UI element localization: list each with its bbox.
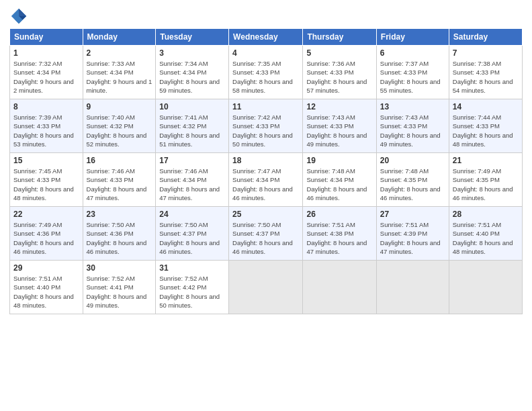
day-info: Sunrise: 7:46 AM Sunset: 4:34 PM Dayligh… bbox=[159, 167, 225, 202]
page-container: SundayMondayTuesdayWednesdayThursdayFrid… bbox=[0, 0, 532, 320]
calendar-week-4: 22 Sunrise: 7:49 AM Sunset: 4:36 PM Dayl… bbox=[10, 207, 523, 261]
day-info: Sunrise: 7:41 AM Sunset: 4:32 PM Dayligh… bbox=[159, 113, 225, 148]
weekday-header-friday: Friday bbox=[376, 29, 449, 46]
day-info: Sunrise: 7:32 AM Sunset: 4:34 PM Dayligh… bbox=[13, 59, 79, 95]
day-number: 12 bbox=[306, 102, 372, 111]
calendar-week-5: 29 Sunrise: 7:51 AM Sunset: 4:40 PM Dayl… bbox=[10, 261, 523, 314]
calendar-cell: 3 Sunrise: 7:34 AM Sunset: 4:34 PM Dayli… bbox=[156, 46, 229, 99]
calendar-cell: 15 Sunrise: 7:45 AM Sunset: 4:33 PM Dayl… bbox=[10, 153, 83, 207]
day-number: 21 bbox=[453, 156, 519, 165]
day-number: 5 bbox=[306, 48, 372, 58]
calendar-cell: 27 Sunrise: 7:51 AM Sunset: 4:39 PM Dayl… bbox=[376, 207, 449, 261]
day-info: Sunrise: 7:43 AM Sunset: 4:33 PM Dayligh… bbox=[380, 113, 445, 148]
day-number: 22 bbox=[13, 210, 79, 219]
calendar-cell: 25 Sunrise: 7:50 AM Sunset: 4:37 PM Dayl… bbox=[229, 207, 303, 261]
day-number: 23 bbox=[87, 210, 152, 219]
calendar-cell bbox=[376, 261, 449, 314]
day-number: 17 bbox=[159, 156, 225, 165]
day-info: Sunrise: 7:50 AM Sunset: 4:37 PM Dayligh… bbox=[232, 220, 299, 256]
day-info: Sunrise: 7:42 AM Sunset: 4:33 PM Dayligh… bbox=[232, 113, 299, 148]
day-number: 6 bbox=[380, 48, 445, 58]
day-number: 14 bbox=[453, 102, 519, 111]
calendar-cell: 7 Sunrise: 7:38 AM Sunset: 4:33 PM Dayli… bbox=[449, 46, 522, 99]
calendar-cell: 31 Sunrise: 7:52 AM Sunset: 4:42 PM Dayl… bbox=[156, 261, 229, 314]
day-number: 2 bbox=[87, 48, 152, 58]
day-info: Sunrise: 7:51 AM Sunset: 4:39 PM Dayligh… bbox=[380, 220, 445, 256]
day-info: Sunrise: 7:45 AM Sunset: 4:33 PM Dayligh… bbox=[13, 167, 79, 202]
day-number: 8 bbox=[13, 102, 79, 111]
day-number: 9 bbox=[87, 102, 152, 111]
day-info: Sunrise: 7:51 AM Sunset: 4:38 PM Dayligh… bbox=[306, 220, 372, 256]
calendar-header-row: SundayMondayTuesdayWednesdayThursdayFrid… bbox=[10, 29, 523, 46]
day-info: Sunrise: 7:43 AM Sunset: 4:33 PM Dayligh… bbox=[306, 113, 372, 148]
calendar-cell bbox=[229, 261, 303, 314]
day-info: Sunrise: 7:46 AM Sunset: 4:33 PM Dayligh… bbox=[87, 167, 152, 202]
day-info: Sunrise: 7:36 AM Sunset: 4:33 PM Dayligh… bbox=[306, 59, 372, 95]
calendar-cell: 20 Sunrise: 7:48 AM Sunset: 4:35 PM Dayl… bbox=[376, 153, 449, 207]
weekday-header-tuesday: Tuesday bbox=[156, 29, 229, 46]
day-info: Sunrise: 7:37 AM Sunset: 4:33 PM Dayligh… bbox=[380, 59, 445, 95]
weekday-header-monday: Monday bbox=[83, 29, 156, 46]
day-info: Sunrise: 7:34 AM Sunset: 4:34 PM Dayligh… bbox=[159, 59, 225, 95]
day-info: Sunrise: 7:49 AM Sunset: 4:35 PM Dayligh… bbox=[453, 167, 519, 202]
day-number: 25 bbox=[232, 210, 299, 219]
calendar-week-2: 8 Sunrise: 7:39 AM Sunset: 4:33 PM Dayli… bbox=[10, 99, 523, 153]
weekday-header-sunday: Sunday bbox=[10, 29, 83, 46]
day-number: 16 bbox=[87, 156, 152, 165]
logo-icon bbox=[9, 7, 28, 26]
day-info: Sunrise: 7:33 AM Sunset: 4:34 PM Dayligh… bbox=[87, 59, 152, 95]
svg-marker-1 bbox=[19, 9, 26, 16]
day-number: 13 bbox=[380, 102, 445, 111]
calendar-cell: 10 Sunrise: 7:41 AM Sunset: 4:32 PM Dayl… bbox=[156, 99, 229, 153]
calendar-cell: 24 Sunrise: 7:50 AM Sunset: 4:37 PM Dayl… bbox=[156, 207, 229, 261]
day-number: 15 bbox=[13, 156, 79, 165]
calendar-week-1: 1 Sunrise: 7:32 AM Sunset: 4:34 PM Dayli… bbox=[10, 46, 523, 99]
day-number: 27 bbox=[380, 210, 445, 219]
day-number: 7 bbox=[453, 48, 519, 58]
calendar-cell: 1 Sunrise: 7:32 AM Sunset: 4:34 PM Dayli… bbox=[10, 46, 83, 99]
weekday-header-thursday: Thursday bbox=[303, 29, 376, 46]
logo bbox=[9, 7, 31, 26]
calendar-cell: 4 Sunrise: 7:35 AM Sunset: 4:33 PM Dayli… bbox=[229, 46, 303, 99]
calendar-cell: 26 Sunrise: 7:51 AM Sunset: 4:38 PM Dayl… bbox=[303, 207, 376, 261]
calendar-cell: 9 Sunrise: 7:40 AM Sunset: 4:32 PM Dayli… bbox=[83, 99, 156, 153]
day-info: Sunrise: 7:51 AM Sunset: 4:40 PM Dayligh… bbox=[453, 220, 519, 256]
calendar-cell bbox=[303, 261, 376, 314]
calendar-cell: 12 Sunrise: 7:43 AM Sunset: 4:33 PM Dayl… bbox=[303, 99, 376, 153]
calendar-body: 1 Sunrise: 7:32 AM Sunset: 4:34 PM Dayli… bbox=[10, 46, 523, 314]
calendar-cell: 5 Sunrise: 7:36 AM Sunset: 4:33 PM Dayli… bbox=[303, 46, 376, 99]
day-info: Sunrise: 7:50 AM Sunset: 4:36 PM Dayligh… bbox=[87, 220, 152, 256]
day-number: 19 bbox=[306, 156, 372, 165]
calendar-cell: 17 Sunrise: 7:46 AM Sunset: 4:34 PM Dayl… bbox=[156, 153, 229, 207]
calendar-table: SundayMondayTuesdayWednesdayThursdayFrid… bbox=[9, 28, 523, 314]
calendar-cell: 13 Sunrise: 7:43 AM Sunset: 4:33 PM Dayl… bbox=[376, 99, 449, 153]
day-info: Sunrise: 7:49 AM Sunset: 4:36 PM Dayligh… bbox=[13, 220, 79, 256]
day-info: Sunrise: 7:47 AM Sunset: 4:34 PM Dayligh… bbox=[232, 167, 299, 202]
day-info: Sunrise: 7:50 AM Sunset: 4:37 PM Dayligh… bbox=[159, 220, 225, 256]
calendar-cell: 28 Sunrise: 7:51 AM Sunset: 4:40 PM Dayl… bbox=[449, 207, 522, 261]
calendar-cell: 11 Sunrise: 7:42 AM Sunset: 4:33 PM Dayl… bbox=[229, 99, 303, 153]
day-number: 30 bbox=[87, 263, 152, 273]
day-info: Sunrise: 7:51 AM Sunset: 4:40 PM Dayligh… bbox=[13, 274, 79, 310]
day-info: Sunrise: 7:39 AM Sunset: 4:33 PM Dayligh… bbox=[13, 113, 79, 148]
calendar-cell bbox=[449, 261, 522, 314]
day-number: 28 bbox=[453, 210, 519, 219]
calendar-cell: 19 Sunrise: 7:48 AM Sunset: 4:34 PM Dayl… bbox=[303, 153, 376, 207]
calendar-cell: 22 Sunrise: 7:49 AM Sunset: 4:36 PM Dayl… bbox=[10, 207, 83, 261]
day-number: 26 bbox=[306, 210, 372, 219]
day-number: 1 bbox=[13, 48, 79, 58]
day-info: Sunrise: 7:35 AM Sunset: 4:33 PM Dayligh… bbox=[232, 59, 299, 95]
calendar-cell: 23 Sunrise: 7:50 AM Sunset: 4:36 PM Dayl… bbox=[83, 207, 156, 261]
day-number: 3 bbox=[159, 48, 225, 58]
calendar-cell: 18 Sunrise: 7:47 AM Sunset: 4:34 PM Dayl… bbox=[229, 153, 303, 207]
day-number: 18 bbox=[232, 156, 299, 165]
day-info: Sunrise: 7:40 AM Sunset: 4:32 PM Dayligh… bbox=[87, 113, 152, 148]
day-info: Sunrise: 7:48 AM Sunset: 4:35 PM Dayligh… bbox=[380, 167, 445, 202]
day-info: Sunrise: 7:48 AM Sunset: 4:34 PM Dayligh… bbox=[306, 167, 372, 202]
day-number: 10 bbox=[159, 102, 225, 111]
calendar-cell: 8 Sunrise: 7:39 AM Sunset: 4:33 PM Dayli… bbox=[10, 99, 83, 153]
calendar-cell: 6 Sunrise: 7:37 AM Sunset: 4:33 PM Dayli… bbox=[376, 46, 449, 99]
calendar-cell: 21 Sunrise: 7:49 AM Sunset: 4:35 PM Dayl… bbox=[449, 153, 522, 207]
day-number: 4 bbox=[232, 48, 299, 58]
day-number: 31 bbox=[159, 263, 225, 273]
